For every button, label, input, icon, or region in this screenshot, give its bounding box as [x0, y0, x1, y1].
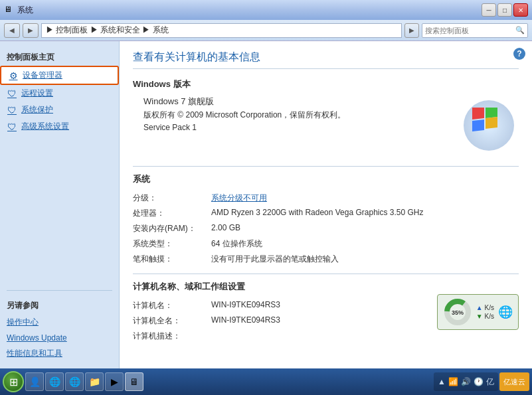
label-computername: 计算机名：	[133, 298, 206, 313]
address-path[interactable]: ▶ 控制面板 ▶ 系统和安全 ▶ 系统	[41, 23, 402, 38]
sidebar-item-action-center[interactable]: 操作中心	[0, 314, 119, 331]
browser1-icon: 🌐	[49, 376, 60, 387]
version-block: Windows 7 旗舰版 版权所有 © 2009 Microsoft Corp…	[133, 96, 519, 155]
taskbar-app-explorer[interactable]: 📁	[85, 372, 104, 391]
taskbar-app-system[interactable]: 🖥	[125, 372, 143, 391]
taskbar-app-browser1[interactable]: 🌐	[45, 372, 64, 391]
sidebar-item-windows-update[interactable]: Windows Update	[0, 331, 119, 345]
titlebar-icon: 🖥	[4, 5, 15, 15]
sidebar-item-label-protection: 系统保护	[21, 104, 53, 116]
network-percent: 35%	[452, 309, 464, 316]
divider-2	[133, 274, 519, 274]
sidebar-item-performance[interactable]: 性能信息和工具	[0, 345, 119, 362]
start-button[interactable]: ⊞	[3, 371, 24, 392]
yiyun-label: 亿速云	[503, 377, 525, 387]
sidebar-main-title: 控制面板主页	[0, 48, 119, 66]
label-systype: 系统类型：	[133, 236, 206, 252]
table-row: 计算机名： WIN-I9TKE094RS3	[133, 298, 430, 313]
browser2-icon: 🌐	[69, 376, 80, 387]
divider-1	[133, 166, 519, 167]
tray-up-icon[interactable]: ▲	[438, 377, 446, 386]
search-icon: 🔍	[515, 26, 525, 35]
computer-section-title: 计算机名称、域和工作组设置	[133, 281, 430, 293]
explorer-icon: 📁	[89, 376, 100, 387]
download-speed: K/s	[485, 313, 494, 320]
system-section-title: 系统	[133, 173, 519, 185]
table-row: 笔和触摸： 没有可用于此显示器的笔或触控输入	[133, 252, 519, 267]
table-row: 系统类型： 64 位操作系统	[133, 236, 519, 252]
address-go-button[interactable]: ▶	[404, 23, 419, 38]
taskbar-app-browser2[interactable]: 🌐	[65, 372, 84, 391]
version-info: Windows 7 旗舰版 版权所有 © 2009 Microsoft Corp…	[133, 96, 452, 132]
value-computerdesc	[206, 329, 430, 344]
start-icon: ⊞	[9, 376, 18, 388]
addressbar: ◀ ▶ ▶ 控制面板 ▶ 系统和安全 ▶ 系统 ▶ 🔍	[0, 20, 532, 41]
windows-logo	[452, 96, 519, 155]
media-icon: ▶	[111, 376, 118, 387]
taskbar-app-user[interactable]: 👤	[25, 372, 44, 391]
taskbar: ⊞ 👤 🌐 🌐 📁 ▶ 🖥 ▲ 📶 🔊 🕐 亿 亿速云	[0, 368, 532, 395]
sidebar-item-label-performance: 性能信息和工具	[7, 348, 62, 359]
rating-link[interactable]: 系统分级不可用	[211, 193, 267, 202]
tray-clock-icon[interactable]: 🕐	[474, 377, 484, 386]
titlebar-buttons: ─ □ ✕	[482, 3, 528, 17]
forward-button[interactable]: ▶	[23, 23, 39, 38]
back-button[interactable]: ◀	[4, 23, 20, 38]
sidebar-divider	[7, 290, 112, 291]
windows-section-title: Windows 版本	[133, 78, 519, 90]
sidebar-item-label-action-center: 操作中心	[7, 317, 39, 328]
tray-network-icon[interactable]: 📶	[448, 377, 458, 386]
sidebar-secondary-title: 另请参阅	[0, 296, 119, 314]
label-cpu: 处理器：	[133, 206, 206, 221]
system-icon: 🖥	[130, 376, 139, 387]
sidebar-item-remote[interactable]: 🛡 远程设置	[0, 85, 119, 102]
protection-icon: 🛡	[7, 105, 17, 116]
taskbar-tray: ▲ 📶 🔊 🕐 亿	[434, 372, 498, 391]
titlebar: 🖥 系统 ─ □ ✕	[0, 0, 532, 20]
network-globe-icon: 🌐	[498, 305, 513, 319]
user-icon: 👤	[29, 376, 41, 387]
sidebar-item-device-manager[interactable]: ⚙ 设备管理器	[0, 66, 119, 85]
table-row: 安装内存(RAM)： 2.00 GB	[133, 221, 519, 236]
up-arrow-icon: ▲	[476, 304, 483, 311]
table-row: 分级： 系统分级不可用	[133, 191, 519, 206]
label-rating: 分级：	[133, 191, 206, 206]
system-info-table: 分级： 系统分级不可用 处理器： AMD Ryzen 3 2200G with …	[133, 191, 519, 267]
taskbar-app-media[interactable]: ▶	[105, 372, 124, 391]
value-ram: 2.00 GB	[206, 221, 519, 236]
help-icon[interactable]: ?	[513, 48, 525, 60]
value-computerfullname: WIN-I9TKE094RS3	[206, 313, 430, 329]
value-pen: 没有可用于此显示器的笔或触控输入	[206, 252, 519, 267]
maximize-button[interactable]: □	[497, 3, 512, 17]
sidebar-item-label-windows-update: Windows Update	[7, 333, 67, 343]
page-title: 查看有关计算机的基本信息	[133, 50, 519, 69]
tray-volume-icon[interactable]: 🔊	[461, 377, 471, 386]
value-systype: 64 位操作系统	[206, 236, 519, 252]
close-button[interactable]: ✕	[513, 3, 528, 17]
search-box[interactable]: 🔍	[422, 23, 528, 38]
network-donut: 35%	[443, 297, 472, 327]
yiyun-button[interactable]: 亿速云	[499, 372, 529, 391]
main-window: 🖥 系统 ─ □ ✕ ◀ ▶ ▶ 控制面板 ▶ 系统和安全 ▶ 系统 ▶ 🔍 控…	[0, 0, 532, 395]
content-area: ? 查看有关计算机的基本信息 Windows 版本 Windows 7 旗舰版 …	[120, 41, 532, 368]
windows-name: Windows 7 旗舰版	[143, 96, 452, 108]
sidebar-item-label-advanced: 高级系统设置	[21, 121, 69, 132]
tray-lang-icon[interactable]: 亿	[486, 376, 494, 388]
table-row: 计算机全名： WIN-I9TKE094RS3	[133, 313, 430, 329]
label-ram: 安装内存(RAM)：	[133, 221, 206, 236]
device-manager-icon: ⚙	[8, 70, 19, 81]
value-computername: WIN-I9TKE094RS3	[206, 298, 430, 313]
sidebar-item-advanced[interactable]: 🛡 高级系统设置	[0, 118, 119, 135]
main-layout: 控制面板主页 ⚙ 设备管理器 🛡 远程设置 🛡 系统保护 🛡 高级系统设置 另请…	[0, 41, 532, 368]
search-input[interactable]	[425, 27, 513, 35]
minimize-button[interactable]: ─	[482, 3, 496, 17]
upload-speed: K/s	[485, 304, 494, 311]
label-pen: 笔和触摸：	[133, 252, 206, 267]
advanced-icon: 🛡	[7, 121, 17, 132]
sidebar-item-label-remote: 远程设置	[21, 88, 53, 99]
down-arrow-icon: ▼	[476, 313, 483, 320]
service-pack: Service Pack 1	[143, 123, 452, 132]
label-computerdesc: 计算机描述：	[133, 329, 206, 344]
sidebar-item-protection[interactable]: 🛡 系统保护	[0, 102, 119, 118]
value-rating: 系统分级不可用	[206, 191, 519, 206]
